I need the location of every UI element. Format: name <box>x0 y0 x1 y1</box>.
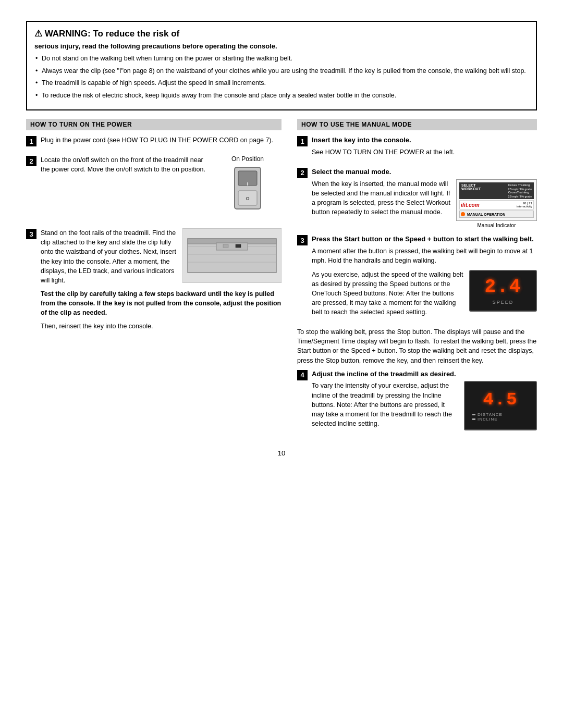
power-step1-text: Plug in the power cord (see HOW TO PLUG … <box>41 135 282 145</box>
power-step3-text1: Stand on the foot rails of the treadmill… <box>41 228 177 285</box>
speed-display: 2.4 SPEED <box>469 270 537 312</box>
power-step2-content: Locate the on/off switch on the front of… <box>41 155 282 222</box>
manual-step2-text-block: When the key is inserted, the manual mod… <box>312 179 451 221</box>
mi-logo: ifit.com <box>461 202 480 208</box>
mi-logo-area: ifit.com 30 | 21 interactivity <box>459 200 534 209</box>
speed-digits: 2.4 <box>485 276 522 298</box>
foot-rail-image-container <box>182 228 282 285</box>
manual-step-number-3: 3 <box>297 235 308 245</box>
incline-label-text: INCLINE <box>478 417 498 422</box>
svg-text:O: O <box>246 196 249 201</box>
power-step3-text3: Then, reinsert the key into the console. <box>41 322 282 331</box>
on-position-svg: I O <box>216 165 279 222</box>
on-position-label: On Position <box>231 155 264 163</box>
manual-step-1: 1 Insert the key into the console. See H… <box>297 135 537 161</box>
manual-step1-header: Insert the key into the console. <box>312 135 537 145</box>
manual-step-4: 4 Adjust the incline of the treadmill as… <box>297 369 537 433</box>
mi-manual-label: MANUAL OPERATION <box>467 213 505 216</box>
manual-indicator-container: SELECTWORKOUT Cross Training 2.5 mph / 8… <box>456 179 537 229</box>
warning-keyword: WARNING: <box>45 29 91 39</box>
warning-box: ⚠ WARNING: To reduce the risk of serious… <box>26 21 537 110</box>
warning-title-text: To reduce the risk of <box>93 29 179 39</box>
power-step-3: 3 Stand on the foot rails of the treadmi… <box>26 228 282 335</box>
manual-step-number-1: 1 <box>297 136 308 146</box>
power-step1-content: Plug in the power cord (see HOW TO PLUG … <box>41 135 282 149</box>
manual-step-number-2: 2 <box>297 168 308 178</box>
svg-rect-11 <box>216 243 248 250</box>
manual-step2-content: Select the manual mode. When the key is … <box>312 167 537 228</box>
power-section-title: HOW TO TURN ON THE POWER <box>26 119 282 130</box>
svg-rect-13 <box>236 244 241 248</box>
manual-step-3: 3 Press the Start button or the Speed + … <box>297 235 537 321</box>
warning-title: ⚠ WARNING: To reduce the risk of <box>34 28 529 39</box>
power-step3-text2: Test the clip by carefully taking a few … <box>41 289 282 317</box>
step3-with-image: Stand on the foot rails of the treadmill… <box>41 228 282 289</box>
manual-step3-text1: A moment after the button is pressed, th… <box>312 246 537 265</box>
page-content: ⚠ WARNING: To reduce the risk of serious… <box>26 21 537 457</box>
warning-bullet-4: To reduce the risk of electric shock, ke… <box>34 91 529 101</box>
warning-bullets-list: Do not stand on the walking belt when tu… <box>34 54 529 100</box>
mi-interactivity: 30 | 21 interactivity <box>517 202 532 208</box>
power-step-1: 1 Plug in the power cord (see HOW TO PLU… <box>26 135 282 149</box>
mi-manual-row: MANUAL OPERATION <box>459 211 534 218</box>
warning-bullet-3: The treadmill is capable of high speeds.… <box>34 79 529 88</box>
manual-step4-text: To vary the intensity of your exercise, … <box>312 381 459 428</box>
left-column: HOW TO TURN ON THE POWER 1 Plug in the p… <box>26 119 282 439</box>
on-position-image-container: On Position I O <box>214 155 282 222</box>
manual-step-2: 2 Select the manual mode. When the key i… <box>297 167 537 228</box>
main-columns: HOW TO TURN ON THE POWER 1 Plug in the p… <box>26 119 537 439</box>
power-step2-text: Locate the on/off switch on the front of… <box>41 155 209 174</box>
manual-step4-content: Adjust the incline of the treadmill as d… <box>312 369 537 433</box>
step2-with-image: Locate the on/off switch on the front of… <box>41 155 282 222</box>
incline-display-container: 4.5 DISTANCE INCLINE <box>464 381 537 430</box>
warning-icon: ⚠ <box>34 29 42 39</box>
power-step2-text-block: Locate the on/off switch on the front of… <box>41 155 209 178</box>
incline-digits: 4.5 <box>483 390 518 410</box>
manual-step2-header: Select the manual mode. <box>312 167 537 177</box>
mi-select-workout: SELECTWORKOUT <box>461 183 481 199</box>
manual-step3-speed-area: As you exercise, adjust the speed of the… <box>312 270 537 322</box>
incline-display: 4.5 DISTANCE INCLINE <box>464 381 537 430</box>
page-number: 10 <box>26 449 537 457</box>
speed-display-container: 2.4 SPEED <box>469 270 537 312</box>
manual-step1-content: Insert the key into the console. See HOW… <box>312 135 537 161</box>
step-number-2: 2 <box>26 156 36 166</box>
manual-step1-text: See HOW TO TURN ON THE POWER at the left… <box>312 147 537 157</box>
manual-step3-text-block: As you exercise, adjust the speed of the… <box>312 270 464 322</box>
manual-step4-text-block: To vary the intensity of your exercise, … <box>312 381 459 433</box>
incline-indicators: DISTANCE INCLINE <box>468 412 533 422</box>
stop-text: To stop the walking belt, press the Stop… <box>297 327 537 365</box>
manual-step3-header: Press the Start button or the Speed + bu… <box>312 235 537 244</box>
distance-indicator-row: DISTANCE <box>472 412 503 417</box>
manual-indicator-caption: Manual Indicator <box>456 223 537 228</box>
distance-label-text: DISTANCE <box>478 412 503 417</box>
step-number-1: 1 <box>26 136 36 146</box>
power-step3-content: Stand on the foot rails of the treadmill… <box>41 228 282 335</box>
power-step-2: 2 Locate the on/off switch on the front … <box>26 155 282 222</box>
mi-top-bar: SELECTWORKOUT Cross Training 2.5 mph / 8… <box>459 182 534 200</box>
mi-manual-indicator-dot <box>461 212 465 216</box>
manual-indicator-panel: SELECTWORKOUT Cross Training 2.5 mph / 8… <box>456 179 537 229</box>
step-number-3: 3 <box>26 229 36 239</box>
incline-indicator-row: INCLINE <box>472 417 498 422</box>
warning-subtitle: serious injury, read the following preca… <box>34 42 529 50</box>
foot-rail-svg <box>182 228 282 283</box>
svg-rect-12 <box>223 244 228 248</box>
distance-dot <box>472 414 475 415</box>
manual-step2-with-image: When the key is inserted, the manual mod… <box>312 179 537 229</box>
speed-label-display: SPEED <box>493 300 514 305</box>
manual-step-number-4: 4 <box>297 370 308 380</box>
warning-bullet-2: Always wear the clip (see "I"on page 8) … <box>34 67 529 76</box>
power-step3-bold: Test the clip by carefully taking a few … <box>41 290 281 316</box>
manual-step2-text: When the key is inserted, the manual mod… <box>312 179 451 217</box>
incline-dot <box>472 418 475 420</box>
mi-program-list: Cross Training 2.5 mph / 8% grade CrossT… <box>508 183 532 199</box>
svg-text:I: I <box>247 181 249 187</box>
manual-indicator-graphic: SELECTWORKOUT Cross Training 2.5 mph / 8… <box>456 179 537 221</box>
manual-step3-content: Press the Start button or the Speed + bu… <box>312 235 537 321</box>
manual-step3-text2: As you exercise, adjust the speed of the… <box>312 270 464 317</box>
on-position-diagram: On Position I O <box>214 155 282 222</box>
power-step3-text-block: Stand on the foot rails of the treadmill… <box>41 228 177 289</box>
manual-step4-header: Adjust the incline of the treadmill as d… <box>312 369 537 379</box>
manual-section-title: HOW TO USE THE MANUAL MODE <box>297 119 537 130</box>
